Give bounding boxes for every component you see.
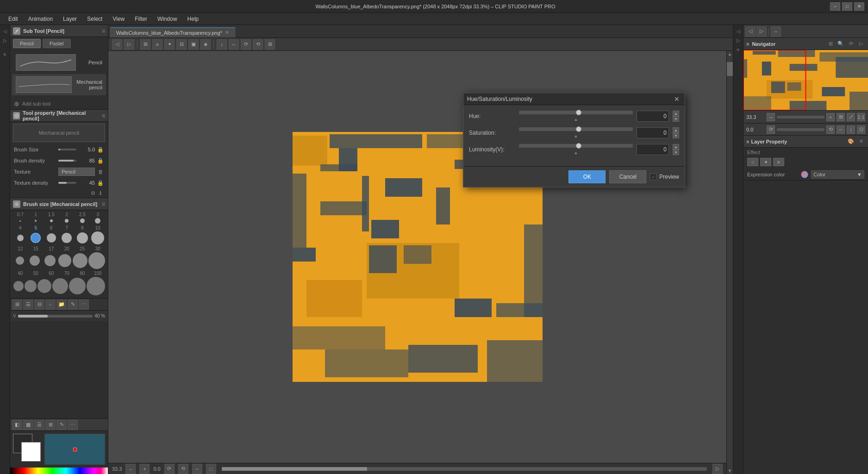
menu-layer[interactable]: Layer: [58, 14, 81, 24]
expression-color-swatch[interactable]: [801, 171, 808, 178]
mode-btn[interactable]: □: [206, 464, 216, 474]
bs-dot-60[interactable]: [37, 279, 51, 293]
hue-number[interactable]: 0: [637, 111, 669, 122]
brush-density-lock-icon[interactable]: 🔒: [97, 157, 104, 164]
bs-dot-8[interactable]: [75, 232, 90, 243]
bs-dot-40[interactable]: [13, 281, 24, 291]
edge-tool-3[interactable]: ≡: [1, 50, 9, 58]
bs-more-icon[interactable]: ⋯: [79, 299, 89, 310]
right-edge-expand[interactable]: ≡: [734, 45, 743, 54]
settings-icon[interactable]: ⚙: [89, 189, 97, 197]
bs-dot-6[interactable]: [44, 233, 59, 243]
menu-help[interactable]: Help: [183, 14, 204, 24]
nav-rot-ccw[interactable]: ⟲: [826, 125, 835, 134]
zoom-out-btn[interactable]: –: [125, 464, 136, 474]
rotate-cw-btn[interactable]: ⟳: [164, 464, 175, 474]
bs-dot-2[interactable]: [60, 219, 75, 223]
tool-property-menu-btn[interactable]: ≡: [102, 112, 105, 119]
canvas-tab-main[interactable]: WallsColumns_blue_AlbedoTransparency.png…: [110, 27, 235, 37]
bg-swatch[interactable]: [21, 442, 41, 462]
color-icon-4[interactable]: ⊞: [45, 420, 56, 430]
brush-density-slider[interactable]: [58, 160, 76, 162]
canvas-horizontal-scrollbar[interactable]: [222, 467, 707, 471]
toolbar-btn-5[interactable]: ✦: [164, 39, 175, 50]
minimize-button[interactable]: –: [830, 2, 840, 11]
bs-small-icon[interactable]: ▫: [45, 299, 56, 310]
bs-dot-07[interactable]: [13, 220, 28, 222]
rp-btn-1[interactable]: ◁: [745, 26, 756, 37]
lp-icon-1[interactable]: 🎨: [847, 137, 855, 146]
scroll-up-arrow[interactable]: ▲: [727, 51, 733, 57]
color-icon-2[interactable]: ▦: [23, 420, 33, 430]
toolbar-transform-5[interactable]: ⊞: [265, 39, 275, 50]
sub-tool-item-mechanical[interactable]: Mechanical pencil: [12, 74, 106, 95]
hsl-cancel-button[interactable]: Cancel: [609, 170, 646, 183]
bs-dot-15[interactable]: [44, 219, 59, 222]
effect-btn-3[interactable]: ≡: [773, 158, 784, 166]
nav-icon-3[interactable]: ⟳: [847, 40, 855, 48]
toolbar-btn-2[interactable]: ▷: [124, 39, 134, 50]
bs-dot-70[interactable]: [52, 278, 68, 294]
toolbar-transform-1[interactable]: ↕: [217, 39, 227, 50]
menu-window[interactable]: Window: [153, 14, 182, 24]
bs-list-icon[interactable]: ☰: [23, 299, 33, 310]
bs-dot-17[interactable]: [43, 255, 57, 266]
right-edge-2[interactable]: ▷: [734, 36, 743, 44]
toolbar-transform-2[interactable]: ↔: [229, 39, 239, 50]
luminosity-slider-track[interactable]: [519, 144, 633, 148]
sub-tool-menu-btn[interactable]: ≡: [102, 28, 105, 34]
hsl-ok-button[interactable]: OK: [568, 170, 606, 183]
info-icon[interactable]: ℹ: [97, 189, 104, 197]
window-controls[interactable]: – □ ✕: [830, 2, 864, 11]
saturation-spin-up[interactable]: ▲: [673, 127, 679, 133]
bs-folder-icon[interactable]: 📁: [56, 299, 67, 310]
edge-tool-2[interactable]: ▷: [1, 36, 9, 44]
canvas-vertical-scrollbar[interactable]: ▲ ▼: [726, 51, 733, 474]
bs-dot-50[interactable]: [25, 280, 37, 292]
right-edge-1[interactable]: ◁: [734, 27, 743, 35]
toolbar-btn-1[interactable]: ◁: [112, 39, 122, 50]
bs-dot-3[interactable]: [91, 218, 106, 224]
close-button[interactable]: ✕: [854, 2, 864, 11]
toolbar-btn-3[interactable]: ⊞: [140, 39, 150, 50]
menu-select[interactable]: Select: [82, 14, 107, 24]
brush-size-panel-menu[interactable]: ≡: [102, 201, 105, 207]
rotate-ccw-btn[interactable]: ⟲: [178, 464, 188, 474]
nav-fit-btn[interactable]: ⊞: [837, 113, 845, 121]
menu-view[interactable]: View: [108, 14, 129, 24]
nav-zoom-minus[interactable]: –: [767, 113, 775, 121]
tab-pencil[interactable]: Pencil: [13, 39, 41, 48]
color-icon-5[interactable]: ✎: [56, 420, 67, 430]
rp-expand-btn[interactable]: ↔: [771, 26, 781, 37]
bs-dot-15b[interactable]: [28, 256, 42, 266]
effect-btn-2[interactable]: ✦: [760, 158, 771, 166]
luminosity-number[interactable]: 0: [637, 144, 669, 155]
sub-tool-item-pencil[interactable]: Pencil: [12, 52, 106, 73]
nav-zoom-plus[interactable]: +: [826, 113, 835, 121]
nav-icon-2[interactable]: 🔍: [837, 40, 845, 48]
nav-icon-1[interactable]: ⊞: [826, 40, 835, 48]
effect-btn-1[interactable]: ○: [747, 158, 758, 166]
rp-btn-2[interactable]: ▷: [756, 26, 767, 37]
maximize-button[interactable]: □: [842, 2, 852, 11]
toolbar-btn-7[interactable]: ▣: [188, 39, 199, 50]
bs-grid-icon[interactable]: ⊟: [34, 299, 44, 310]
navigator-menu-icon[interactable]: ≡: [746, 41, 749, 47]
bs-dot-7[interactable]: [60, 233, 75, 243]
bs-settings-icon[interactable]: ⊞: [12, 299, 22, 310]
lp-icon-2[interactable]: ✕: [857, 137, 865, 146]
nav-rot-slider[interactable]: [777, 128, 824, 131]
nav-full-btn[interactable]: ⤢: [847, 113, 855, 121]
lp-menu-icon[interactable]: ≡: [746, 139, 749, 144]
flip-btn[interactable]: ↔: [192, 464, 202, 474]
hsl-close-btn[interactable]: ✕: [673, 95, 681, 103]
bs-dot-100[interactable]: [87, 277, 105, 295]
bs-dot-20[interactable]: [58, 254, 72, 267]
scroll-track[interactable]: [727, 57, 733, 468]
saturation-spin-down[interactable]: ▼: [673, 133, 679, 138]
toolbar-btn-8[interactable]: ◈: [200, 39, 211, 50]
color-icon-6[interactable]: ⋯: [68, 420, 78, 430]
nav-rot-cw[interactable]: ⟳: [767, 125, 775, 134]
texture-name[interactable]: Pencil: [58, 168, 95, 176]
color-icon-1[interactable]: ◧: [12, 420, 22, 430]
